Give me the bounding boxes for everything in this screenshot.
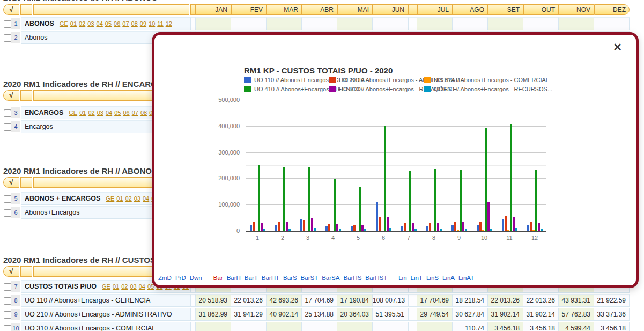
month-link-01[interactable]: 01 — [113, 283, 119, 290]
value-cell[interactable]: 40 902.14 — [267, 308, 302, 321]
month-header-cell[interactable]: ABR — [302, 4, 337, 15]
ge-link[interactable]: GE — [102, 283, 110, 290]
row-checkbox[interactable] — [4, 297, 11, 305]
chart-type-link-lin[interactable]: Lin — [398, 275, 406, 281]
row-checkbox[interactable] — [4, 311, 11, 319]
value-cell[interactable]: 30 627.84 — [453, 308, 488, 321]
value-cell[interactable]: 17 704.69 — [417, 294, 453, 307]
close-icon[interactable]: ✕ — [613, 42, 622, 53]
month-link-06[interactable]: 06 — [114, 20, 120, 27]
row-checkbox[interactable] — [4, 109, 11, 117]
month-link-04[interactable]: 04 — [143, 195, 149, 202]
month-link-01[interactable]: 01 — [79, 109, 86, 116]
chart-type-link-dwn[interactable]: Dwn — [190, 275, 202, 281]
toolbar-check-button[interactable]: √ — [3, 266, 19, 277]
month-link-12[interactable]: 12 — [166, 20, 172, 27]
month-link-05[interactable]: 05 — [105, 20, 112, 27]
value-cell[interactable] — [337, 17, 373, 30]
row-checkbox[interactable] — [4, 20, 11, 28]
toolbar-check-button[interactable]: √ — [3, 177, 19, 188]
value-cell[interactable] — [373, 17, 408, 30]
value-cell[interactable]: 108 007.13 — [373, 294, 408, 307]
month-header-cell[interactable]: MAR — [267, 4, 302, 15]
row-checkbox[interactable] — [4, 34, 11, 42]
chart-type-link-lina[interactable]: LinA — [442, 275, 455, 281]
chart-type-link-bart[interactable]: BarT — [245, 275, 258, 281]
value-cell[interactable]: 33 371.36 — [594, 308, 630, 321]
value-cell[interactable]: 31 941.29 — [231, 308, 267, 321]
row-checkbox[interactable] — [4, 123, 11, 131]
month-link-07[interactable]: 07 — [132, 109, 138, 116]
ge-link[interactable]: GE — [106, 195, 114, 202]
value-cell[interactable] — [523, 17, 559, 30]
ge-link[interactable]: GE — [69, 109, 77, 116]
month-header-cell[interactable]: SET — [488, 4, 523, 15]
value-cell[interactable]: 3 456.18 — [594, 322, 630, 331]
value-cell[interactable] — [302, 322, 337, 331]
month-header-cell[interactable]: JUL — [417, 4, 453, 15]
value-cell[interactable]: 25 134.88 — [302, 308, 337, 321]
month-link-02[interactable]: 02 — [125, 195, 132, 202]
row-checkbox[interactable] — [4, 325, 11, 331]
month-link-03[interactable]: 03 — [87, 20, 94, 27]
month-link-07[interactable]: 07 — [122, 20, 129, 27]
value-cell[interactable] — [231, 17, 267, 30]
value-cell[interactable]: 57 762.83 — [559, 308, 594, 321]
month-link-08[interactable]: 08 — [131, 20, 138, 27]
month-link-03[interactable]: 03 — [97, 109, 103, 116]
value-cell[interactable] — [196, 17, 231, 30]
value-cell[interactable] — [373, 322, 408, 331]
chart-type-link-barhs[interactable]: BarHS — [343, 275, 361, 281]
chart-type-link-barsa[interactable]: BarSA — [322, 275, 339, 281]
chart-type-link-lins[interactable]: LinS — [426, 275, 439, 281]
chart-type-link-barhst[interactable]: BarHST — [365, 275, 387, 281]
month-link-01[interactable]: 01 — [70, 20, 77, 27]
chart-type-link-barst[interactable]: BarST — [301, 275, 319, 281]
value-cell[interactable]: 22 013.26 — [523, 294, 559, 307]
month-link-10[interactable]: 10 — [149, 20, 155, 27]
month-header-cell[interactable]: JAN — [196, 4, 231, 15]
month-header-cell[interactable]: OUT — [523, 4, 559, 15]
month-link-02[interactable]: 02 — [121, 283, 128, 290]
value-cell[interactable]: 43 931.31 — [559, 294, 594, 307]
value-cell[interactable]: 110.74 — [453, 322, 488, 331]
value-cell[interactable] — [594, 17, 630, 30]
value-cell[interactable] — [196, 322, 231, 331]
value-cell[interactable]: 20 518.93 — [196, 294, 231, 307]
value-cell[interactable] — [417, 17, 453, 30]
chart-type-link-barht[interactable]: BarHT — [262, 275, 279, 281]
chart-type-link-barh[interactable]: BarH — [227, 275, 241, 281]
value-cell[interactable] — [488, 17, 523, 30]
month-link-04[interactable]: 04 — [139, 283, 145, 290]
chart-type-link-lint[interactable]: LinT — [411, 275, 423, 281]
value-cell[interactable]: 22 013.26 — [488, 294, 523, 307]
month-header-cell[interactable]: FEV — [231, 4, 267, 15]
value-cell[interactable]: 51 395.51 — [373, 308, 408, 321]
month-link-02[interactable]: 02 — [88, 109, 94, 116]
month-link-03[interactable]: 03 — [134, 195, 140, 202]
value-cell[interactable]: 17 190.84 — [337, 294, 373, 307]
month-link-03[interactable]: 03 — [130, 283, 136, 290]
month-link-04[interactable]: 04 — [106, 109, 112, 116]
value-cell[interactable] — [559, 17, 594, 30]
value-cell[interactable] — [302, 17, 337, 30]
ge-link[interactable]: GE — [60, 20, 68, 27]
month-link-09[interactable]: 09 — [140, 20, 146, 27]
value-cell[interactable]: 20 364.03 — [337, 308, 373, 321]
month-header-cell[interactable]: MAI — [337, 4, 373, 15]
value-cell[interactable]: 31 902.14 — [523, 308, 559, 321]
month-header-cell[interactable]: NOV — [559, 4, 594, 15]
month-header-cell[interactable]: JUN — [373, 4, 408, 15]
month-link-02[interactable]: 02 — [79, 20, 85, 27]
value-cell[interactable] — [231, 322, 267, 331]
value-cell[interactable] — [337, 322, 373, 331]
value-cell[interactable]: 4 599.44 — [559, 322, 594, 331]
value-cell[interactable]: 18 218.54 — [453, 294, 488, 307]
toolbar-check-button[interactable]: √ — [3, 90, 19, 101]
month-link-05[interactable]: 05 — [114, 109, 121, 116]
chart-type-link-linat[interactable]: LinAT — [458, 275, 474, 281]
value-cell[interactable]: 29 749.54 — [417, 308, 453, 321]
value-cell[interactable] — [267, 322, 302, 331]
chart-type-link-zmd[interactable]: ZmD — [158, 275, 172, 281]
chart-type-link-bar[interactable]: Bar — [213, 275, 223, 281]
